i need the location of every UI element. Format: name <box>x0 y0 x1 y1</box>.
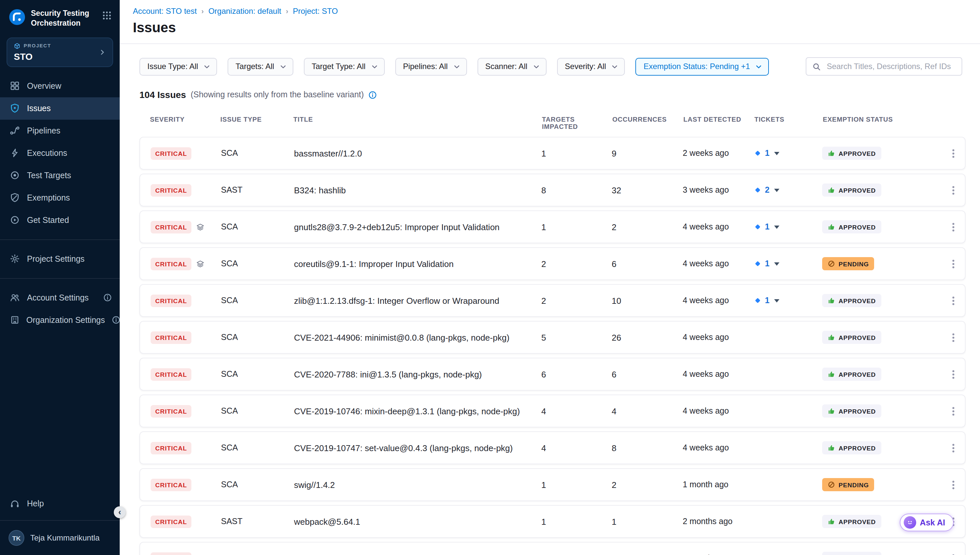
status-icon <box>828 518 835 525</box>
divider <box>0 278 120 279</box>
kebab-menu[interactable] <box>941 147 965 159</box>
issue-title[interactable]: CVE-2020-7788: ini@1.3.5 (lang-pkgs, nod… <box>294 369 541 379</box>
issue-title[interactable]: B324: hashlib <box>294 185 541 195</box>
issues-icon <box>10 104 20 114</box>
table-row[interactable]: CRITICAL SCA gnutls28@3.7.9-2+deb12u5: I… <box>140 210 966 243</box>
issue-title[interactable]: CVE-2021-44906: minimist@0.0.8 (lang-pkg… <box>294 332 541 342</box>
table-row[interactable]: CRITICAL SCA bassmaster//1.2.0 1 9 2 wee… <box>140 137 966 170</box>
filter-scanner[interactable]: Scanner: All <box>477 58 546 75</box>
issue-title[interactable]: CVE-2019-10747: set-value@0.4.3 (lang-pk… <box>294 443 541 453</box>
sidebar-collapse-button[interactable] <box>114 506 126 518</box>
ticket-count: 1 <box>765 296 770 305</box>
table-row[interactable]: CRITICAL SCA CVE-2019-10746: mixin-deep@… <box>140 395 966 427</box>
kebab-icon <box>952 484 954 486</box>
issue-title[interactable]: coreutils@9.1-1: Improper Input Validati… <box>294 259 541 269</box>
sidebar-item-executions[interactable]: Executions <box>0 142 120 164</box>
kebab-menu[interactable] <box>941 331 965 343</box>
table-row[interactable]: CRITICAL SAST B324: hashlib 8 32 3 weeks… <box>140 173 966 207</box>
sidebar-item-issues[interactable]: Issues <box>0 97 120 120</box>
breadcrumb-link[interactable]: Organization: default <box>209 6 282 16</box>
table-row[interactable]: CRITICAL SCA zlib@1:1.2.13.dfsg-1: Integ… <box>140 284 966 317</box>
table-row[interactable]: CRITICAL SCA CVE-2019-10747: set-value@0… <box>140 431 966 464</box>
kebab-menu[interactable] <box>941 257 965 270</box>
user-profile[interactable]: TK Teja Kummarikuntla <box>0 526 120 555</box>
kebab-icon <box>952 189 954 191</box>
targets-impacted: 2 <box>541 259 612 269</box>
column-header: SEVERITY <box>150 116 220 130</box>
filter-pipelines[interactable]: Pipelines: All <box>395 58 467 75</box>
kebab-menu[interactable] <box>941 405 965 417</box>
table-row[interactable]: CRITICAL SCA CVE-2021-44906: minimist@0.… <box>140 321 966 354</box>
status-cell: APPROVED <box>822 294 941 307</box>
kebab-menu[interactable] <box>941 552 965 555</box>
sidebar-item-get-started[interactable]: Get Started <box>0 209 120 231</box>
kebab-icon <box>952 410 954 412</box>
sidebar-item-overview[interactable]: Overview <box>0 75 120 97</box>
kebab-menu[interactable] <box>941 368 965 380</box>
module-grid-icon[interactable] <box>102 11 112 20</box>
column-header: EXEMPTION STATUS <box>823 116 942 130</box>
breadcrumb-link[interactable]: Account: STO test <box>133 6 197 16</box>
layers-icon <box>196 223 205 231</box>
caret-down-icon <box>453 63 460 70</box>
kebab-menu[interactable] <box>941 184 965 196</box>
ask-ai-button[interactable]: Ask AI <box>900 513 954 531</box>
caret-down-icon <box>279 63 287 70</box>
filter-issue-type[interactable]: Issue Type: All <box>140 58 217 75</box>
caret-down-icon <box>755 63 763 70</box>
severity-badge: CRITICAL <box>151 515 192 528</box>
search-icon <box>812 62 821 71</box>
severity-badge: CRITICAL <box>151 441 192 454</box>
ticket-cell[interactable]: 1 <box>754 259 822 268</box>
column-header: TITLE <box>294 116 542 130</box>
ticket-cell[interactable]: 1 <box>754 296 822 305</box>
issue-title[interactable]: zlib@1:1.2.13.dfsg-1: Integer Overflow o… <box>294 295 541 305</box>
issue-title[interactable]: swig//1.4.2 <box>294 480 541 489</box>
table-row[interactable]: CRITICAL SCA coreutils@9.1-1: Improper I… <box>140 247 966 280</box>
sidebar-item-project-settings[interactable]: Project Settings <box>0 248 120 270</box>
status-badge: APPROVED <box>822 331 881 344</box>
ask-ai-label: Ask AI <box>920 518 945 527</box>
ticket-cell[interactable]: 2 <box>754 185 822 195</box>
issue-title[interactable]: bassmaster//1.2.0 <box>294 148 541 158</box>
issue-title[interactable]: django@1.2 <box>294 553 541 555</box>
sidebar-item-account-settings[interactable]: Account Settings <box>0 287 120 309</box>
kebab-menu[interactable] <box>941 441 965 454</box>
filter-targets[interactable]: Targets: All <box>228 58 293 75</box>
sidebar-item-pipelines[interactable]: Pipelines <box>0 120 120 142</box>
sidebar-item-help[interactable]: Help <box>0 492 120 515</box>
table-row[interactable]: CRITICAL SAST webpack@5.64.1 1 1 2 month… <box>140 505 966 538</box>
breadcrumb-link[interactable]: Project: STO <box>293 6 338 16</box>
caret-down-icon <box>774 152 780 155</box>
issue-title[interactable]: CVE-2019-10746: mixin-deep@1.3.1 (lang-p… <box>294 406 541 416</box>
table-row[interactable]: CRITICAL SAST django@1.2 1 22 2 months a… <box>140 542 966 555</box>
status-icon <box>828 334 835 341</box>
targets-impacted: 5 <box>541 332 612 342</box>
kebab-menu[interactable] <box>941 221 965 233</box>
ticket-cell[interactable]: 1 <box>754 149 822 158</box>
status-icon <box>828 297 835 305</box>
kebab-menu[interactable] <box>941 294 965 307</box>
info-icon[interactable] <box>368 90 377 99</box>
status-cell: APPROVED <box>822 404 941 417</box>
project-selector[interactable]: PROJECT STO <box>6 37 113 67</box>
sidebar-item-organization-settings[interactable]: Organization Settings <box>0 309 120 331</box>
last-detected: 4 weeks ago <box>683 406 754 415</box>
issue-title[interactable]: gnutls28@3.7.9-2+deb12u5: Improper Input… <box>294 222 541 232</box>
sidebar-item-exemptions[interactable]: Exemptions <box>0 187 120 209</box>
kebab-menu[interactable] <box>941 478 965 491</box>
issue-type: SCA <box>221 406 294 415</box>
caret-down-icon <box>611 63 619 70</box>
filter-severity[interactable]: Severity: All <box>557 58 625 75</box>
search-input[interactable] <box>826 61 956 72</box>
issue-type: SCA <box>221 222 294 231</box>
issue-title[interactable]: webpack@5.64.1 <box>294 517 541 526</box>
table-row[interactable]: CRITICAL SCA CVE-2020-7788: ini@1.3.5 (l… <box>140 358 966 391</box>
sidebar-item-test-targets[interactable]: Test Targets <box>0 164 120 187</box>
issue-type: SAST <box>221 517 294 526</box>
filter-target-type[interactable]: Target Type: All <box>304 58 385 75</box>
filter-exemption-status[interactable]: Exemption Status: Pending +1 <box>636 58 769 75</box>
table-row[interactable]: CRITICAL SCA swig//1.4.2 1 2 1 month ago… <box>140 468 966 501</box>
ticket-cell[interactable]: 1 <box>754 222 822 231</box>
status-cell: APPROVED <box>822 441 941 454</box>
